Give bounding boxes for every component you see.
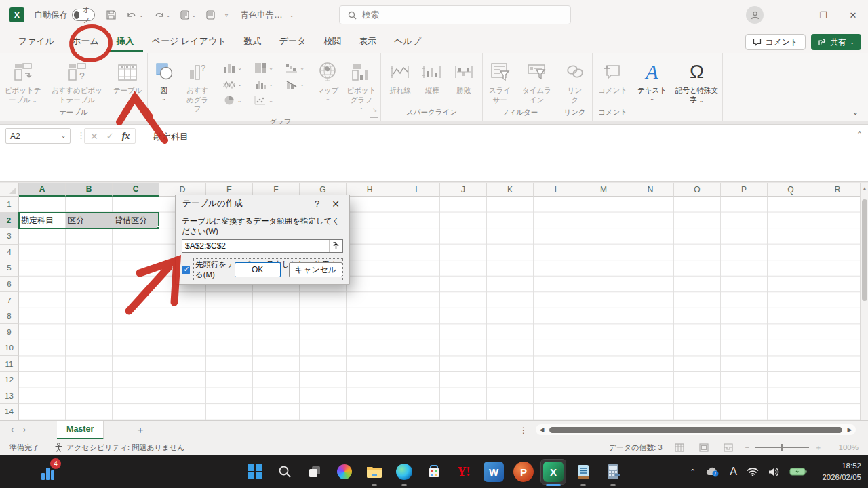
illustrations-button[interactable]: 図 ⌄ bbox=[151, 58, 177, 103]
link-button[interactable]: リンク bbox=[561, 58, 589, 106]
charts-dialog-launcher[interactable] bbox=[370, 110, 378, 118]
excel-taskbar-button[interactable]: X bbox=[541, 460, 566, 484]
worksheet-grid[interactable]: ABCDEFGHIJKLMNOPQR 1234567891011121314 勘… bbox=[0, 183, 860, 420]
zoom-percentage[interactable]: 100% bbox=[834, 443, 859, 451]
row-header-4[interactable]: 4 bbox=[0, 245, 19, 261]
column-header-Q[interactable]: Q bbox=[768, 183, 814, 197]
sheet-tab-master[interactable]: Master bbox=[57, 421, 104, 439]
prev-sheet-icon[interactable]: ‹ bbox=[11, 425, 14, 434]
row-header-12[interactable]: 12 bbox=[0, 372, 19, 388]
range-input[interactable]: $A$2:$C$2 bbox=[182, 239, 343, 253]
insert-combo-chart-button[interactable]: ⌄ bbox=[279, 79, 311, 89]
tab-data[interactable]: データ bbox=[271, 31, 315, 52]
normal-view-icon[interactable] bbox=[675, 443, 684, 452]
row-header-6[interactable]: 6 bbox=[0, 277, 19, 293]
yahoo-button[interactable]: Y! bbox=[452, 460, 476, 484]
autosave-toggle[interactable]: オフ bbox=[72, 9, 95, 21]
row-header-2[interactable]: 2 bbox=[0, 213, 19, 229]
tab-review[interactable]: 校閲 bbox=[315, 31, 350, 52]
column-header-K[interactable]: K bbox=[487, 183, 534, 197]
tab-view[interactable]: 表示 bbox=[350, 31, 385, 52]
timeline-button[interactable]: タイムライン bbox=[517, 58, 557, 106]
chevron-down-icon[interactable]: ⌄ bbox=[191, 12, 196, 18]
tab-home[interactable]: ホーム bbox=[63, 31, 108, 52]
maps-button[interactable]: マップ ⌄ bbox=[313, 58, 342, 103]
recommended-pivottables-button[interactable]: ? おすすめピボットテーブル bbox=[46, 58, 108, 106]
start-button[interactable] bbox=[243, 460, 267, 484]
insert-scatter-chart-button[interactable]: ⌄ bbox=[248, 95, 279, 106]
row-header-5[interactable]: 5 bbox=[0, 260, 19, 277]
sparkline-column-button[interactable]: 縦棒 bbox=[419, 58, 445, 97]
collapse-formula-bar-chevron-icon[interactable]: ⌃ bbox=[856, 130, 863, 139]
qat-tool2-button[interactable] bbox=[205, 9, 216, 20]
column-header-B[interactable]: B bbox=[66, 183, 113, 197]
insert-waterfall-chart-button[interactable]: ⌄ bbox=[279, 62, 311, 73]
collapse-ribbon-chevron-icon[interactable]: ⌄ bbox=[852, 108, 859, 117]
pivotchart-button[interactable]: ピボットグラフ ⌄ bbox=[342, 58, 380, 112]
column-header-A[interactable]: A bbox=[19, 183, 66, 197]
excel-app-icon[interactable] bbox=[9, 7, 24, 22]
vertical-scroll-thumb[interactable] bbox=[862, 199, 867, 301]
zoom-out-icon[interactable]: − bbox=[745, 443, 749, 451]
insert-function-icon[interactable]: fx bbox=[122, 131, 130, 142]
column-header-C[interactable]: C bbox=[113, 183, 159, 197]
cancel-entry-icon[interactable]: ✕ bbox=[90, 131, 98, 142]
volume-icon[interactable] bbox=[768, 467, 780, 477]
confirm-entry-icon[interactable]: ✓ bbox=[106, 131, 114, 141]
share-button[interactable]: 共有 ⌄ bbox=[811, 34, 861, 50]
chevron-down-icon[interactable]: ⌄ bbox=[139, 12, 144, 18]
horizontal-scrollbar[interactable]: ◀ ▶ bbox=[536, 424, 856, 435]
autosave-control[interactable]: 自動保存 オフ bbox=[34, 9, 95, 21]
document-title[interactable]: 青色申告… ⌄ bbox=[240, 9, 294, 21]
comments-button[interactable]: コメント bbox=[745, 34, 806, 50]
widgets-button[interactable]: 4 bbox=[35, 460, 60, 484]
ok-button[interactable]: OK bbox=[235, 262, 281, 277]
insert-line-chart-button[interactable]: ⌄ bbox=[217, 79, 248, 89]
dialog-help-icon[interactable]: ? bbox=[312, 199, 329, 209]
scroll-up-icon[interactable]: ▲ bbox=[861, 186, 868, 192]
column-header-P[interactable]: P bbox=[721, 183, 768, 197]
cell-A2[interactable]: 勘定科目 bbox=[19, 213, 66, 229]
page-layout-view-icon[interactable] bbox=[699, 443, 709, 452]
scroll-right-icon[interactable]: ▶ bbox=[844, 426, 856, 433]
cell-B2[interactable]: 区分 bbox=[66, 213, 113, 229]
column-header-H[interactable]: H bbox=[347, 183, 393, 197]
row-header-10[interactable]: 10 bbox=[0, 340, 19, 357]
file-explorer-button[interactable] bbox=[362, 460, 387, 484]
column-header-O[interactable]: O bbox=[674, 183, 721, 197]
collapse-dialog-range-icon[interactable] bbox=[329, 240, 342, 252]
dialog-close-icon[interactable]: ✕ bbox=[329, 199, 342, 209]
task-view-button[interactable] bbox=[302, 460, 327, 484]
row-header-7[interactable]: 7 bbox=[0, 292, 19, 308]
cell-area[interactable]: 勘定科目 区分 貸借区分 bbox=[19, 197, 860, 420]
add-sheet-icon[interactable]: ＋ bbox=[135, 424, 145, 436]
undo-button[interactable]: ⌄ bbox=[126, 10, 144, 20]
select-all-corner[interactable] bbox=[0, 183, 19, 197]
tray-expand-chevron-icon[interactable]: ⌃ bbox=[690, 468, 696, 476]
sparkline-line-button[interactable]: 折れ線 bbox=[387, 58, 414, 97]
close-button[interactable]: ✕ bbox=[838, 0, 868, 30]
page-break-view-icon[interactable] bbox=[724, 443, 733, 452]
symbols-button[interactable]: Ω 記号と特殊文字 ⌄ bbox=[673, 58, 722, 106]
scroll-left-icon[interactable]: ◀ bbox=[536, 426, 548, 433]
dialog-title-bar[interactable]: テーブルの作成 ? ✕ bbox=[176, 195, 349, 212]
store-button[interactable] bbox=[422, 460, 446, 484]
slicer-button[interactable]: スライサー bbox=[483, 58, 517, 106]
taskbar-clock[interactable]: 18:52 2026/02/05 bbox=[822, 460, 861, 483]
tab-help[interactable]: ヘルプ bbox=[385, 31, 430, 52]
calculator-button[interactable] bbox=[601, 460, 625, 484]
row-header-14[interactable]: 14 bbox=[0, 404, 19, 420]
formula-content[interactable]: 勘定科目 bbox=[153, 131, 189, 143]
notepad-button[interactable] bbox=[571, 460, 595, 484]
powerpoint-button[interactable]: P bbox=[511, 460, 536, 484]
sheet-options-icon[interactable]: ⋮ bbox=[519, 421, 528, 439]
edge-button[interactable] bbox=[392, 460, 416, 484]
header-row-checkbox[interactable] bbox=[182, 266, 190, 274]
battery-icon[interactable] bbox=[789, 467, 807, 476]
vertical-scrollbar[interactable]: ▲ bbox=[860, 183, 868, 420]
profile-avatar[interactable] bbox=[746, 6, 764, 24]
recommended-charts-button[interactable]: ? おすすめグラフ bbox=[180, 58, 214, 115]
insert-statistic-chart-button[interactable]: ⌄ bbox=[248, 79, 279, 89]
onedrive-cloud-icon[interactable]: i bbox=[705, 466, 720, 477]
table-button[interactable]: テーブル bbox=[110, 58, 145, 97]
